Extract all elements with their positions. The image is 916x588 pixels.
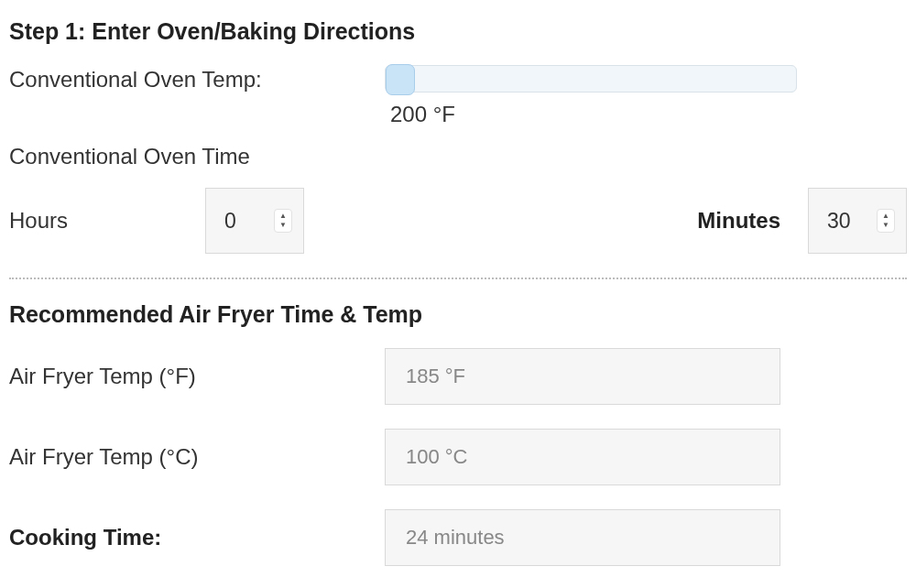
step-1-title: Step 1: Enter Oven/Baking Directions — [9, 18, 907, 45]
minutes-label: Minutes — [697, 208, 780, 234]
minutes-value: 30 — [827, 209, 851, 234]
airfryer-temp-c-label: Air Fryer Temp (°C) — [9, 444, 385, 470]
hours-group: Hours 0 ▲ ▼ — [9, 188, 304, 254]
oven-temp-label: Conventional Oven Temp: — [9, 65, 385, 93]
airfryer-temp-f-row: Air Fryer Temp (°F) 185 °F — [9, 348, 907, 405]
step-1-section: Step 1: Enter Oven/Baking Directions Con… — [9, 18, 907, 278]
cooking-time-row: Cooking Time: 24 minutes — [9, 509, 907, 566]
oven-temp-row: Conventional Oven Temp: 200 °F — [9, 65, 907, 127]
chevron-up-icon[interactable]: ▲ — [279, 212, 287, 221]
minutes-group: Minutes 30 ▲ ▼ — [697, 188, 907, 254]
airfryer-temp-f-output: 185 °F — [385, 348, 780, 405]
oven-time-heading: Conventional Oven Time — [9, 144, 907, 169]
results-section: Recommended Air Fryer Time & Temp Air Fr… — [9, 301, 907, 566]
oven-temp-control: 200 °F — [385, 65, 907, 127]
hours-stepper[interactable]: ▲ ▼ — [274, 209, 292, 233]
hours-value: 0 — [224, 209, 236, 234]
airfryer-temp-f-label: Air Fryer Temp (°F) — [9, 364, 385, 389]
results-title: Recommended Air Fryer Time & Temp — [9, 301, 907, 328]
chevron-down-icon[interactable]: ▼ — [882, 221, 889, 230]
oven-temp-value: 200 °F — [390, 102, 797, 127]
oven-temp-slider[interactable] — [385, 65, 797, 93]
minutes-input[interactable]: 30 ▲ ▼ — [808, 188, 907, 254]
chevron-up-icon[interactable]: ▲ — [882, 212, 889, 221]
airfryer-temp-c-output: 100 °C — [385, 429, 780, 485]
cooking-time-label: Cooking Time: — [9, 525, 385, 550]
chevron-down-icon[interactable]: ▼ — [279, 221, 287, 230]
minutes-stepper[interactable]: ▲ ▼ — [877, 209, 895, 233]
cooking-time-output: 24 minutes — [385, 509, 780, 566]
slider-thumb[interactable] — [386, 64, 415, 95]
hours-input[interactable]: 0 ▲ ▼ — [205, 188, 304, 254]
section-divider — [9, 278, 907, 279]
airfryer-temp-c-row: Air Fryer Temp (°C) 100 °C — [9, 429, 907, 485]
hours-label: Hours — [9, 208, 68, 234]
oven-time-row: Hours 0 ▲ ▼ Minutes 30 ▲ ▼ — [9, 188, 907, 278]
